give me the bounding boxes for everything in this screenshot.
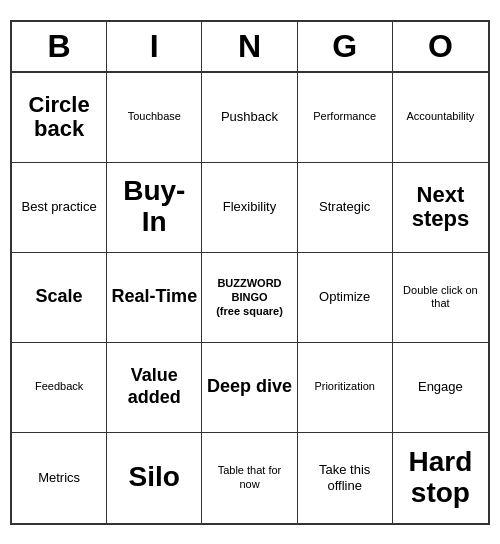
header-letter: B bbox=[12, 22, 107, 71]
bingo-cell: BUZZWORD BINGO (free square) bbox=[202, 253, 297, 343]
bingo-cell: Value added bbox=[107, 343, 202, 433]
cell-text: Prioritization bbox=[314, 380, 375, 393]
bingo-cell: Next steps bbox=[393, 163, 488, 253]
cell-text: BUZZWORD BINGO (free square) bbox=[206, 276, 292, 319]
bingo-cell: Real-Time bbox=[107, 253, 202, 343]
bingo-cell: Flexibility bbox=[202, 163, 297, 253]
cell-text: Next steps bbox=[397, 183, 484, 231]
cell-text: Table that for now bbox=[206, 464, 292, 490]
bingo-cell: Feedback bbox=[12, 343, 107, 433]
cell-text: Value added bbox=[111, 365, 197, 408]
cell-text: Double click on that bbox=[397, 284, 484, 310]
cell-text: Hard stop bbox=[397, 447, 484, 509]
cell-text: Feedback bbox=[35, 380, 83, 393]
cell-text: Pushback bbox=[221, 109, 278, 125]
header-letter: I bbox=[107, 22, 202, 71]
cell-text: Strategic bbox=[319, 199, 370, 215]
cell-text: Silo bbox=[129, 462, 180, 493]
bingo-cell: Circle back bbox=[12, 73, 107, 163]
bingo-cell: Table that for now bbox=[202, 433, 297, 523]
bingo-cell: Metrics bbox=[12, 433, 107, 523]
bingo-cell: Double click on that bbox=[393, 253, 488, 343]
cell-text: Accountability bbox=[406, 110, 474, 123]
cell-text: Scale bbox=[36, 286, 83, 308]
bingo-cell: Take this offline bbox=[298, 433, 393, 523]
bingo-cell: Prioritization bbox=[298, 343, 393, 433]
bingo-cell: Accountability bbox=[393, 73, 488, 163]
bingo-cell: Touchbase bbox=[107, 73, 202, 163]
bingo-grid: Circle backTouchbasePushbackPerformanceA… bbox=[12, 73, 488, 523]
cell-text: Deep dive bbox=[207, 376, 292, 398]
bingo-cell: Deep dive bbox=[202, 343, 297, 433]
header-letter: G bbox=[298, 22, 393, 71]
bingo-cell: Best practice bbox=[12, 163, 107, 253]
cell-text: Metrics bbox=[38, 470, 80, 486]
cell-text: Optimize bbox=[319, 289, 370, 305]
header-letter: N bbox=[202, 22, 297, 71]
bingo-cell: Performance bbox=[298, 73, 393, 163]
header-letter: O bbox=[393, 22, 488, 71]
bingo-header: BINGO bbox=[12, 22, 488, 73]
bingo-cell: Pushback bbox=[202, 73, 297, 163]
bingo-cell: Strategic bbox=[298, 163, 393, 253]
bingo-cell: Silo bbox=[107, 433, 202, 523]
cell-text: Flexibility bbox=[223, 199, 276, 215]
bingo-card: BINGO Circle backTouchbasePushbackPerfor… bbox=[10, 20, 490, 525]
cell-text: Performance bbox=[313, 110, 376, 123]
bingo-cell: Engage bbox=[393, 343, 488, 433]
cell-text: Best practice bbox=[22, 199, 97, 215]
bingo-cell: Buy-In bbox=[107, 163, 202, 253]
cell-text: Touchbase bbox=[128, 110, 181, 123]
bingo-cell: Scale bbox=[12, 253, 107, 343]
cell-text: Real-Time bbox=[111, 286, 197, 308]
cell-text: Take this offline bbox=[302, 462, 388, 493]
bingo-cell: Optimize bbox=[298, 253, 393, 343]
bingo-cell: Hard stop bbox=[393, 433, 488, 523]
cell-text: Engage bbox=[418, 379, 463, 395]
cell-text: Circle back bbox=[16, 93, 102, 141]
cell-text: Buy-In bbox=[111, 176, 197, 238]
